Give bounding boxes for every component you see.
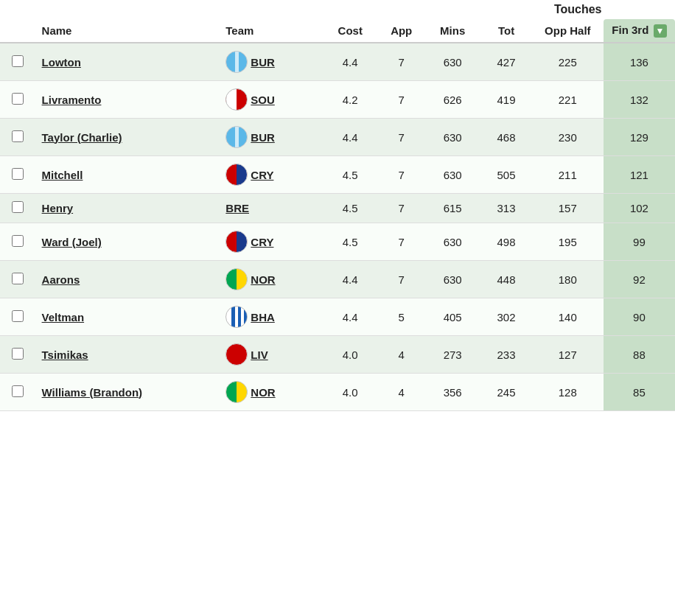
player-name[interactable]: Aarons (42, 273, 80, 286)
team-badge-sou (225, 88, 248, 111)
main-table-container: Touches Name Team Cost App Mins Tot Opp … (0, 0, 675, 411)
opp-half-value: 157 (532, 194, 604, 223)
team-badge-bur (225, 126, 248, 148)
opp-half-header: Opp Half (532, 19, 604, 43)
fin3rd-value: 102 (604, 194, 675, 223)
row-checkbox-cell[interactable] (0, 194, 36, 223)
tot-value: 302 (480, 298, 531, 336)
opp-half-value: 230 (532, 119, 604, 156)
player-name[interactable]: Henry (42, 202, 74, 214)
cost-value: 4.5 (322, 194, 378, 223)
cost-value: 4.5 (322, 156, 378, 194)
row-checkbox-cell[interactable] (0, 223, 36, 261)
table-row: MitchellCRY4.57630505211121 (0, 156, 675, 194)
row-checkbox-cell[interactable] (0, 81, 36, 119)
team-cell: BUR (220, 43, 322, 81)
row-checkbox-cell[interactable] (0, 43, 36, 81)
sort-arrow-icon[interactable]: ▼ (654, 24, 667, 38)
team-abbreviation[interactable]: BUR (251, 56, 275, 69)
mins-value: 630 (424, 119, 480, 156)
row-checkbox[interactable] (12, 93, 24, 105)
app-value: 7 (378, 261, 424, 298)
tot-value: 427 (480, 43, 531, 81)
player-name-cell: Williams (Brandon) (36, 374, 220, 411)
row-checkbox[interactable] (12, 235, 24, 247)
team-abbreviation[interactable]: NOR (251, 386, 275, 399)
row-checkbox[interactable] (12, 273, 24, 284)
team-badge-cry (225, 164, 248, 186)
team-badge-bha (225, 306, 248, 328)
mins-value: 626 (424, 81, 480, 119)
team-abbreviation[interactable]: BUR (251, 131, 275, 144)
mins-value: 405 (424, 298, 480, 336)
row-checkbox-cell[interactable] (0, 298, 36, 336)
player-name[interactable]: Lowton (42, 56, 81, 69)
player-name[interactable]: Tsimikas (42, 349, 88, 361)
app-header: App (378, 19, 424, 43)
fin3rd-value: 90 (604, 298, 675, 336)
player-name[interactable]: Ward (Joel) (42, 236, 102, 248)
team-cell: BUR (220, 119, 322, 156)
team-abbreviation[interactable]: SOU (251, 94, 275, 106)
touches-header-row: Touches (0, 0, 675, 19)
row-checkbox[interactable] (12, 55, 24, 67)
team-cell: NOR (220, 261, 322, 298)
table-row: AaronsNOR4.4763044818092 (0, 261, 675, 298)
row-checkbox-cell[interactable] (0, 156, 36, 194)
row-checkbox[interactable] (12, 385, 24, 397)
fin3rd-value: 85 (604, 374, 675, 411)
app-value: 7 (378, 156, 424, 194)
team-abbreviation[interactable]: NOR (251, 273, 275, 286)
row-checkbox-cell[interactable] (0, 119, 36, 156)
fin3rd-value: 88 (604, 336, 675, 374)
app-value: 4 (378, 336, 424, 374)
app-value: 7 (378, 43, 424, 81)
tot-value: 233 (480, 336, 531, 374)
mins-value: 630 (424, 43, 480, 81)
team-badge-cry (225, 231, 248, 253)
player-name[interactable]: Mitchell (42, 169, 83, 181)
row-checkbox[interactable] (12, 168, 24, 180)
team-abbreviation[interactable]: BRE (225, 202, 249, 214)
opp-half-value: 127 (532, 336, 604, 374)
app-value: 5 (378, 298, 424, 336)
table-row: Taylor (Charlie)BUR4.47630468230129 (0, 119, 675, 156)
table-row: Williams (Brandon)NOR4.0435624512885 (0, 374, 675, 411)
row-checkbox-cell[interactable] (0, 261, 36, 298)
name-header: Name (36, 19, 220, 43)
team-cell: LIV (220, 336, 322, 374)
row-checkbox[interactable] (12, 201, 24, 213)
checkbox-header (0, 19, 36, 43)
team-badge-bur (225, 51, 248, 73)
team-abbreviation[interactable]: LIV (251, 349, 267, 361)
cost-value: 4.4 (322, 119, 378, 156)
row-checkbox[interactable] (12, 130, 24, 142)
player-name[interactable]: Taylor (Charlie) (42, 131, 122, 144)
tot-header: Tot (480, 19, 531, 43)
team-abbreviation[interactable]: BHA (251, 311, 275, 323)
tot-value: 468 (480, 119, 531, 156)
player-name-cell: Veltman (36, 298, 220, 336)
player-name[interactable]: Williams (Brandon) (42, 386, 143, 399)
player-name-cell: Lowton (36, 43, 220, 81)
team-abbreviation[interactable]: CRY (251, 169, 273, 181)
row-checkbox-cell[interactable] (0, 374, 36, 411)
opp-half-value: 140 (532, 298, 604, 336)
mins-value: 630 (424, 223, 480, 261)
row-checkbox[interactable] (12, 348, 24, 360)
team-abbreviation[interactable]: CRY (251, 236, 273, 248)
opp-half-value: 180 (532, 261, 604, 298)
row-checkbox-cell[interactable] (0, 336, 36, 374)
mins-value: 630 (424, 261, 480, 298)
cost-value: 4.0 (322, 336, 378, 374)
empty-header (0, 0, 480, 19)
player-name[interactable]: Livramento (42, 94, 102, 106)
player-name[interactable]: Veltman (42, 311, 85, 323)
player-name-cell: Tsimikas (36, 336, 220, 374)
table-row: VeltmanBHA4.4540530214090 (0, 298, 675, 336)
cost-value: 4.4 (322, 298, 378, 336)
tot-value: 245 (480, 374, 531, 411)
row-checkbox[interactable] (12, 310, 24, 322)
opp-half-value: 128 (532, 374, 604, 411)
fin3rd-value: 99 (604, 223, 675, 261)
